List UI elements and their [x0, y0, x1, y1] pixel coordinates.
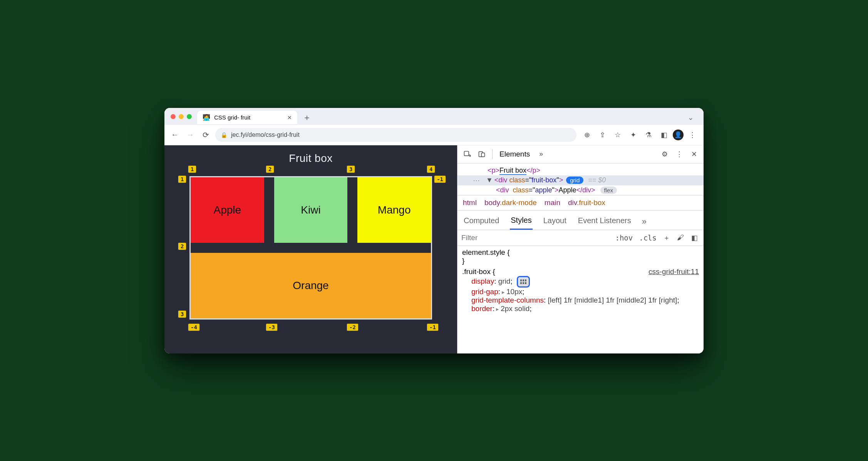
extensions-icon[interactable]: ✦ [627, 128, 640, 141]
dom-tree[interactable]: <p>Fruit box</p> ▼<div class="fruit-box"… [457, 163, 704, 195]
tab-listeners[interactable]: Event Listeners [577, 214, 632, 229]
zoom-icon[interactable]: ⊕ [580, 128, 593, 141]
devtools-top-bar: Elements » ⚙ ⋮ ✕ [457, 145, 704, 163]
col-label: 4 [427, 165, 435, 173]
reload-button[interactable]: ⟳ [200, 129, 211, 141]
toolbar-right: ⊕ ⇪ ☆ ✦ ⚗ ◧ 👤 ⋮ [580, 128, 699, 141]
col-label-neg: -2 [347, 323, 359, 331]
svg-rect-6 [520, 282, 522, 284]
tab-title: CSS grid- fruit [214, 114, 250, 121]
breadcrumb-item[interactable]: div.fruit-box [568, 199, 605, 207]
svg-rect-3 [520, 279, 522, 281]
window-controls [169, 112, 196, 123]
svg-rect-7 [523, 282, 524, 284]
svg-rect-8 [525, 282, 526, 284]
svg-rect-5 [525, 279, 526, 281]
styles-tabs: Computed Styles Layout Event Listeners » [457, 210, 704, 230]
cell-mango: Mango [357, 177, 431, 243]
maximize-window-button[interactable] [187, 114, 192, 119]
devtools-menu-icon[interactable]: ⋮ [673, 148, 686, 161]
row-label: 3 [178, 310, 186, 318]
breadcrumb-bar: html body.dark-mode main div.fruit-box [457, 195, 704, 210]
new-rule-icon[interactable]: ＋ [661, 232, 672, 243]
inspect-icon[interactable] [461, 148, 474, 161]
bookmark-icon[interactable]: ☆ [611, 128, 624, 141]
css-rule-block: .fruit-box { css-grid-fruit:11 display: … [462, 268, 699, 313]
cell-apple: Apple [191, 177, 264, 243]
chrome-menu-icon[interactable]: ⋮ [686, 128, 699, 141]
back-button[interactable]: ← [169, 129, 181, 141]
tab-computed[interactable]: Computed [463, 214, 500, 229]
hov-toggle[interactable]: :hov [613, 233, 634, 243]
address-bar[interactable]: 🔒 jec.fyi/demo/css-grid-fruit [215, 128, 576, 142]
profile-avatar[interactable]: 👤 [673, 130, 684, 140]
content-split: Fruit box Apple Kiwi Mango Orange 1 2 3 … [164, 145, 704, 353]
breadcrumb-item[interactable]: body.dark-mode [484, 199, 537, 207]
devtools-close-icon[interactable]: ✕ [687, 148, 700, 161]
row-label: 1 [178, 175, 186, 183]
row-label-neg: -1 [434, 175, 446, 183]
styles-tabs-overflow-icon[interactable]: » [642, 217, 647, 227]
devtools-settings-icon[interactable]: ⚙ [658, 148, 671, 161]
col-label: 1 [188, 165, 196, 173]
cell-kiwi: Kiwi [274, 177, 348, 243]
cls-toggle[interactable]: .cls [637, 233, 658, 243]
browser-window: 🧑‍💻 CSS grid- fruit ✕ ＋ ⌄ ← → ⟳ 🔒 jec.fy… [164, 108, 704, 353]
new-tab-button[interactable]: ＋ [299, 110, 315, 125]
page-viewport: Fruit box Apple Kiwi Mango Orange 1 2 3 … [164, 145, 457, 353]
labs-icon[interactable]: ⚗ [642, 128, 655, 141]
grid-editor-button[interactable] [517, 276, 530, 288]
minimize-window-button[interactable] [179, 114, 184, 119]
col-label: 3 [347, 165, 355, 173]
breadcrumb-item[interactable]: html [463, 199, 477, 207]
browser-tab[interactable]: 🧑‍💻 CSS grid- fruit ✕ [197, 111, 297, 124]
svg-rect-2 [481, 153, 484, 156]
styles-filter-row: :hov .cls ＋ 🖌 ◧ [457, 230, 704, 246]
url-text: jec.fyi/demo/css-grid-fruit [231, 131, 300, 138]
flex-badge[interactable]: flex [600, 187, 617, 194]
device-toggle-icon[interactable] [475, 148, 488, 161]
tab-overflow-icon[interactable]: ⌄ [682, 111, 699, 124]
sidepanel-icon[interactable]: ◧ [657, 128, 670, 141]
share-icon[interactable]: ⇪ [596, 128, 609, 141]
dom-node[interactable]: <p>Fruit box</p> [457, 166, 704, 175]
grid-scene: Apple Kiwi Mango Orange 1 2 3 4 1 2 3 -1… [189, 176, 432, 320]
svg-rect-0 [464, 151, 469, 156]
page-heading: Fruit box [289, 152, 332, 165]
cell-orange: Orange [191, 253, 431, 318]
breadcrumb-item[interactable]: main [545, 199, 560, 207]
lock-icon: 🔒 [221, 132, 227, 138]
close-window-button[interactable] [171, 114, 176, 119]
css-rules-panel[interactable]: element.style { } .fruit-box { css-grid-… [457, 246, 704, 315]
close-tab-icon[interactable]: ✕ [287, 114, 292, 121]
devtools-panel: Elements » ⚙ ⋮ ✕ <p>Fruit box</p> ▼<div … [457, 145, 704, 353]
col-label: 2 [266, 165, 274, 173]
forward-button[interactable]: → [184, 129, 196, 141]
dom-node-selected[interactable]: ▼<div class="fruit-box"> grid == $0 [457, 175, 704, 185]
tab-layout[interactable]: Layout [543, 214, 567, 229]
favicon-icon: 🧑‍💻 [203, 114, 210, 121]
devtools-tab-elements[interactable]: Elements [496, 148, 533, 161]
devtools-tabs-overflow-icon[interactable]: » [535, 148, 548, 161]
svg-rect-4 [523, 279, 524, 281]
toolbar: ← → ⟳ 🔒 jec.fyi/demo/css-grid-fruit ⊕ ⇪ … [164, 125, 704, 145]
col-label-neg: -3 [266, 323, 278, 331]
styles-filter-input[interactable] [461, 234, 610, 242]
element-style-block: element.style { } [462, 248, 699, 265]
fruit-grid: Apple Kiwi Mango Orange [189, 176, 432, 320]
source-link[interactable]: css-grid-fruit:11 [648, 268, 699, 276]
dom-node[interactable]: <div class="apple">Apple</div> flex [457, 185, 704, 195]
col-label-neg: -1 [427, 323, 439, 331]
row-label: 2 [178, 242, 186, 250]
paint-icon[interactable]: 🖌 [675, 232, 686, 243]
col-label-neg: -4 [188, 323, 200, 331]
tab-strip: 🧑‍💻 CSS grid- fruit ✕ ＋ ⌄ [164, 108, 704, 125]
tab-styles[interactable]: Styles [510, 214, 532, 230]
grid-badge[interactable]: grid [566, 177, 583, 184]
panel-toggle-icon[interactable]: ◧ [689, 232, 700, 243]
